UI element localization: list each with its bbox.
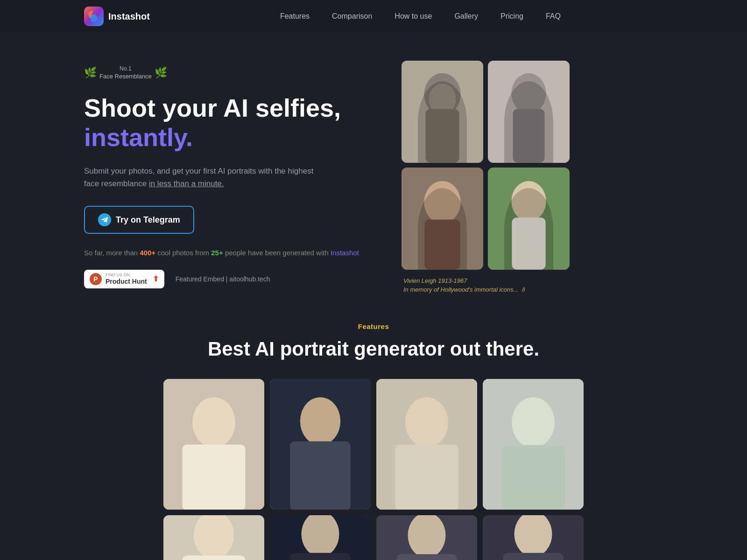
svg-point-8: [511, 73, 546, 114]
stats-count1: 400+: [140, 249, 155, 257]
features-label: Features: [84, 322, 663, 330]
caption-line2: In memory of Hollywood's immortal icons.…: [403, 285, 570, 294]
svg-rect-24: [290, 441, 351, 510]
photo-grid-bottom: [402, 168, 570, 270]
bottom-card-2: [270, 515, 371, 560]
caption-line1: Vivien Leigh 1913-1967: [403, 276, 570, 286]
product-hunt-badge[interactable]: P FIND US ON Product Hunt ⬆: [84, 270, 164, 288]
ph-find-text: FIND US ON: [106, 273, 147, 278]
ph-icon: P: [90, 273, 102, 285]
svg-rect-20: [183, 444, 246, 510]
svg-rect-42: [503, 553, 564, 560]
photo-image-bw-1: [402, 61, 483, 163]
photo-image-bw-2: [488, 61, 570, 163]
aitool-badge[interactable]: Featured Embed | aitoolhub.tech: [176, 275, 270, 283]
features-title: Best AI portrait generator out there.: [84, 338, 663, 360]
bottom-portrait-row: [163, 515, 584, 560]
nav-features[interactable]: Features: [280, 12, 310, 20]
svg-rect-6: [425, 109, 459, 163]
svg-point-15: [511, 181, 546, 222]
hero-photo-grid: Vivien Leigh 1913-1967 In memory of Holl…: [402, 61, 570, 294]
svg-rect-36: [290, 553, 351, 560]
svg-rect-30: [502, 445, 565, 510]
stats-count2: 25+: [211, 249, 223, 257]
photo-card-bw-1: [402, 61, 483, 163]
svg-point-2: [90, 14, 98, 22]
portrait-card-3: [376, 379, 477, 510]
portrait-image-1: [163, 379, 264, 510]
nav-faq[interactable]: FAQ: [546, 12, 561, 20]
photo-caption: Vivien Leigh 1913-1967 In memory of Holl…: [402, 276, 570, 294]
photo-card-color-2: [488, 168, 570, 270]
telegram-icon: [98, 213, 111, 226]
portrait-card-2: [270, 379, 371, 510]
laurel-right-icon: 🌿: [155, 67, 167, 79]
portrait-card-1: [163, 379, 264, 510]
svg-rect-9: [513, 109, 544, 163]
hero-left: 🌿 No.1 Face Resemblance 🌿 Shoot your AI …: [84, 61, 383, 288]
ph-arrows-icon: ⬆: [153, 274, 159, 283]
hero-title: Shoot your AI selfies, instantly.: [84, 93, 383, 151]
svg-point-29: [512, 397, 555, 448]
award-badge: 🌿 No.1 Face Resemblance 🌿: [84, 65, 383, 80]
stats-text: So far, more than 400+ cool photos from …: [84, 249, 383, 257]
award-text: No.1 Face Resemblance: [99, 65, 152, 80]
nav-gallery[interactable]: Gallery: [454, 12, 478, 20]
nav-links: Features Comparison How to use Gallery P…: [178, 12, 663, 21]
logo-icon: [84, 7, 104, 26]
portrait-image-2: [270, 379, 371, 510]
svg-rect-33: [183, 555, 246, 560]
cta-label: Try on Telegram: [116, 215, 180, 225]
photo-card-color-1: [402, 168, 483, 270]
features-section: Features Best AI portrait generator out …: [0, 313, 747, 560]
svg-point-4: [424, 73, 460, 116]
svg-point-19: [192, 397, 235, 448]
award-title: Face Resemblance: [99, 73, 152, 81]
svg-point-5: [429, 84, 456, 115]
portrait-gallery: [163, 379, 584, 510]
photo-grid-top: [402, 61, 570, 163]
svg-point-26: [405, 397, 448, 448]
nav-comparison[interactable]: Comparison: [332, 12, 372, 20]
badges-row: P FIND US ON Product Hunt ⬆ Featured Emb…: [84, 270, 383, 288]
photo-image-color-1: [402, 168, 483, 270]
ph-text-block: FIND US ON Product Hunt: [106, 273, 147, 286]
portrait-card-4: [483, 379, 584, 510]
award-number: No.1: [120, 65, 131, 73]
telegram-cta-button[interactable]: Try on Telegram: [84, 206, 194, 234]
ph-name-text: Product Hunt: [106, 278, 147, 286]
photo-image-color-2: [488, 168, 570, 270]
navbar: Instashot Features Comparison How to use…: [0, 0, 747, 33]
svg-rect-16: [512, 217, 545, 269]
svg-point-11: [424, 181, 460, 224]
hero-subtitle: Submit your photos, and get your first A…: [84, 165, 327, 190]
hero-title-accent: instantly.: [84, 123, 383, 152]
bottom-card-3: [376, 515, 477, 560]
logo-text: Instashot: [108, 11, 150, 22]
laurel-left-icon: 🌿: [84, 67, 97, 79]
portrait-image-4: [483, 379, 584, 510]
nav-how-to-use[interactable]: How to use: [395, 12, 432, 20]
portrait-image-3: [376, 379, 477, 510]
hero-section: 🌿 No.1 Face Resemblance 🌿 Shoot your AI …: [0, 33, 747, 313]
bottom-card-4: [483, 515, 584, 560]
svg-rect-12: [424, 219, 460, 269]
bottom-card-1: [163, 515, 264, 560]
logo[interactable]: Instashot: [84, 7, 150, 26]
svg-rect-39: [396, 554, 457, 560]
svg-rect-27: [395, 444, 458, 510]
nav-pricing[interactable]: Pricing: [500, 12, 523, 20]
svg-point-23: [300, 397, 340, 445]
stats-brand: Instashot: [331, 249, 359, 257]
photo-card-bw-2: [488, 61, 570, 163]
